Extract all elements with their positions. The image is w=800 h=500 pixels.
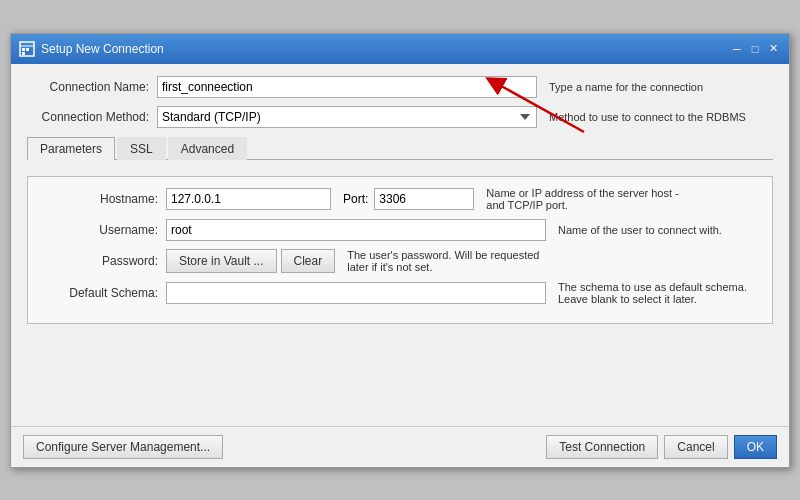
connection-name-hint: Type a name for the connection	[549, 81, 703, 93]
title-bar-left: Setup New Connection	[19, 41, 164, 57]
window-title: Setup New Connection	[41, 42, 164, 56]
username-input[interactable]	[166, 219, 546, 241]
connection-method-select[interactable]: Standard (TCP/IP)	[157, 106, 537, 128]
tab-panel-parameters: Hostname: Port: Name or IP address of th…	[27, 170, 773, 418]
port-label: Port:	[331, 192, 374, 206]
hostname-row: Hostname: Port: Name or IP address of th…	[36, 187, 764, 211]
maximize-button[interactable]: □	[747, 41, 763, 57]
tabs-bar: Parameters SSL Advanced	[27, 136, 773, 160]
footer-right: Test Connection Cancel OK	[546, 435, 777, 459]
port-input[interactable]	[374, 188, 474, 210]
default-schema-label: Default Schema:	[36, 286, 166, 300]
setup-new-connection-window: Setup New Connection ─ □ ✕ Connection Na…	[10, 33, 790, 468]
svg-rect-3	[22, 52, 25, 55]
footer: Configure Server Management... Test Conn…	[11, 426, 789, 467]
username-hint: Name of the user to connect with.	[558, 224, 722, 236]
connection-method-label: Connection Method:	[27, 110, 157, 124]
tab-parameters[interactable]: Parameters	[27, 137, 115, 160]
connection-name-input[interactable]	[157, 76, 537, 98]
cancel-button[interactable]: Cancel	[664, 435, 727, 459]
params-section: Hostname: Port: Name or IP address of th…	[27, 176, 773, 324]
hostname-hint: Name or IP address of the server host - …	[486, 187, 686, 211]
store-in-vault-button[interactable]: Store in Vault ...	[166, 249, 277, 273]
close-button[interactable]: ✕	[765, 41, 781, 57]
default-schema-hint: The schema to use as default schema. Lea…	[558, 281, 758, 305]
configure-server-management-button[interactable]: Configure Server Management...	[23, 435, 223, 459]
username-row: Username: Name of the user to connect wi…	[36, 219, 764, 241]
tab-ssl[interactable]: SSL	[117, 137, 166, 160]
footer-left: Configure Server Management...	[23, 435, 223, 459]
connection-method-hint: Method to use to connect to the RDBMS	[549, 111, 746, 123]
window-icon	[19, 41, 35, 57]
svg-rect-2	[22, 48, 25, 51]
hostname-input[interactable]	[166, 188, 331, 210]
minimize-button[interactable]: ─	[729, 41, 745, 57]
form-content: Connection Name: Type a name for the con…	[11, 64, 789, 426]
password-hint: The user's password. Will be requested l…	[347, 249, 547, 273]
connection-method-row: Connection Method: Standard (TCP/IP) Met…	[27, 106, 773, 128]
connection-name-label: Connection Name:	[27, 80, 157, 94]
password-row: Password: Store in Vault ... Clear The u…	[36, 249, 764, 273]
username-label: Username:	[36, 223, 166, 237]
empty-space	[27, 332, 773, 412]
hostname-label: Hostname:	[36, 192, 166, 206]
title-controls: ─ □ ✕	[729, 41, 781, 57]
test-connection-button[interactable]: Test Connection	[546, 435, 658, 459]
window-body: Connection Name: Type a name for the con…	[11, 64, 789, 467]
clear-button[interactable]: Clear	[281, 249, 336, 273]
ok-button[interactable]: OK	[734, 435, 777, 459]
default-schema-input[interactable]	[166, 282, 546, 304]
connection-name-row: Connection Name: Type a name for the con…	[27, 76, 773, 98]
title-bar: Setup New Connection ─ □ ✕	[11, 34, 789, 64]
default-schema-row: Default Schema: The schema to use as def…	[36, 281, 764, 305]
tab-advanced[interactable]: Advanced	[168, 137, 247, 160]
svg-rect-4	[26, 48, 29, 51]
password-label: Password:	[36, 254, 166, 268]
